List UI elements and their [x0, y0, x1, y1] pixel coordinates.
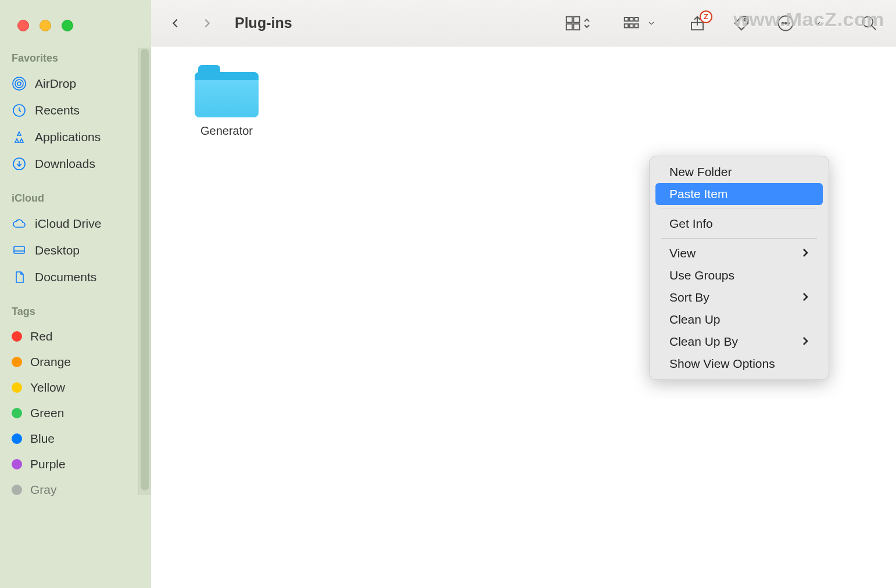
menu-view[interactable]: View [655, 242, 823, 264]
sidebar-section-tags-header: Tags [0, 291, 151, 324]
sidebar-item-label: Blue [30, 432, 55, 446]
chevron-right-icon [802, 291, 809, 304]
context-menu: New Folder Paste Item Get Info View Use … [649, 156, 829, 380]
sidebar-section-icloud-header: iCloud [0, 177, 151, 210]
minimize-window-button[interactable] [40, 20, 51, 31]
group-by-button[interactable] [618, 12, 657, 35]
sidebar-scroll-thumb[interactable] [141, 49, 149, 490]
sidebar-item-label: Purple [30, 457, 66, 471]
downloads-icon [12, 156, 27, 171]
sidebar-tag-purple[interactable]: Purple [0, 451, 151, 477]
menu-item-label: Paste Item [669, 187, 727, 201]
menu-item-label: Use Groups [669, 268, 734, 282]
share-badge: Z [700, 10, 712, 23]
toolbar: Plug-ins Z [151, 0, 896, 46]
chevron-right-icon [802, 335, 809, 349]
menu-separator [661, 209, 817, 209]
menu-get-info[interactable]: Get Info [655, 213, 823, 235]
close-window-button[interactable] [17, 20, 29, 31]
grid-view-icon [560, 12, 586, 35]
tag-dot-icon [12, 408, 22, 418]
svg-point-19 [782, 22, 784, 24]
tag-button[interactable] [729, 12, 754, 35]
sidebar-item-icloud-drive[interactable]: iCloud Drive [0, 210, 151, 237]
sidebar-item-label: AirDrop [35, 77, 76, 91]
tag-dot-icon [12, 433, 22, 444]
svg-point-0 [17, 82, 21, 85]
sidebar-item-label: Recents [35, 103, 80, 117]
svg-point-18 [779, 16, 793, 30]
folder-item-generator[interactable]: Generator [186, 65, 267, 138]
sidebar-item-label: Downloads [35, 157, 95, 171]
menu-clean-up[interactable]: Clean Up [655, 309, 823, 331]
svg-rect-12 [635, 17, 638, 21]
menu-sort-by[interactable]: Sort By [655, 286, 823, 309]
sidebar-tag-blue[interactable]: Blue [0, 426, 151, 451]
sidebar-tag-yellow[interactable]: Yellow [0, 375, 151, 400]
sidebar-item-label: Yellow [30, 381, 65, 395]
sidebar-item-label: Desktop [35, 243, 80, 257]
menu-item-label: Show View Options [669, 357, 775, 371]
search-button[interactable] [856, 12, 882, 35]
applications-icon [12, 130, 27, 145]
folder-icon [195, 65, 259, 119]
sidebar-scrollbar[interactable] [138, 48, 151, 495]
svg-rect-11 [630, 17, 633, 21]
menu-use-groups[interactable]: Use Groups [655, 264, 823, 286]
chevron-down-icon [646, 12, 657, 35]
sidebar-tag-green[interactable]: Green [0, 400, 151, 426]
group-icon [618, 12, 644, 35]
share-button[interactable]: Z [684, 12, 710, 35]
svg-rect-10 [625, 17, 628, 21]
sidebar: Favorites AirDrop Recents Applications D… [0, 0, 151, 588]
svg-rect-7 [574, 16, 579, 22]
tag-dot-icon [12, 331, 22, 342]
folder-label: Generator [186, 124, 267, 138]
tag-dot-icon [12, 357, 22, 367]
svg-point-22 [863, 16, 873, 27]
sidebar-item-label: Gray [30, 483, 57, 497]
svg-point-20 [785, 22, 787, 24]
sidebar-tag-gray[interactable]: Gray [0, 477, 151, 503]
sidebar-item-downloads[interactable]: Downloads [0, 150, 151, 177]
sidebar-item-label: Applications [35, 130, 101, 144]
fullscreen-window-button[interactable] [62, 20, 73, 31]
svg-rect-14 [630, 24, 633, 27]
sidebar-item-documents[interactable]: Documents [0, 264, 151, 291]
sidebar-item-airdrop[interactable]: AirDrop [0, 70, 151, 97]
menu-clean-up-by[interactable]: Clean Up By [655, 331, 823, 353]
cloud-icon [12, 216, 27, 231]
menu-new-folder[interactable]: New Folder [655, 161, 823, 183]
svg-rect-8 [567, 24, 572, 30]
document-icon [12, 270, 27, 285]
chevron-down-icon [812, 12, 823, 35]
svg-point-17 [744, 18, 746, 20]
svg-rect-9 [574, 24, 579, 30]
menu-paste-item[interactable]: Paste Item [655, 183, 823, 205]
svg-rect-13 [625, 24, 628, 27]
back-button[interactable] [165, 12, 186, 35]
menu-item-label: Clean Up [669, 313, 721, 327]
sidebar-item-label: iCloud Drive [35, 217, 101, 231]
menu-item-label: Get Info [669, 217, 713, 231]
sidebar-item-applications[interactable]: Applications [0, 124, 151, 150]
chevron-right-icon [802, 246, 809, 260]
content-area[interactable]: Generator New Folder Paste Item Get Info… [151, 46, 896, 588]
menu-item-label: View [669, 246, 696, 260]
desktop-icon [12, 243, 27, 258]
tag-dot-icon [12, 485, 22, 495]
forward-button[interactable] [196, 12, 217, 35]
action-button[interactable] [773, 12, 798, 35]
sidebar-tag-orange[interactable]: Orange [0, 349, 151, 375]
svg-rect-15 [635, 24, 638, 27]
sidebar-item-desktop[interactable]: Desktop [0, 237, 151, 264]
sidebar-item-label: Red [30, 329, 53, 343]
sidebar-tag-red[interactable]: Red [0, 324, 151, 349]
sidebar-item-recents[interactable]: Recents [0, 97, 151, 124]
sidebar-section-favorites-header: Favorites [0, 49, 151, 70]
sidebar-item-label: Green [30, 406, 64, 420]
sidebar-item-label: Orange [30, 355, 71, 369]
svg-point-21 [788, 22, 790, 24]
view-mode-icon-grid[interactable] [560, 12, 590, 35]
menu-show-view-options[interactable]: Show View Options [655, 353, 823, 375]
